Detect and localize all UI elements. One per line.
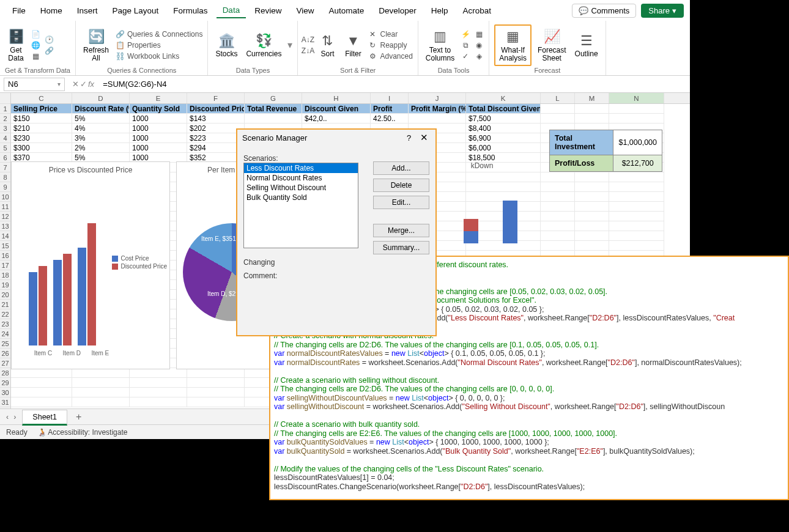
menu-review[interactable]: Review	[248, 4, 287, 18]
add-button[interactable]: Add...	[373, 161, 429, 175]
recent-sources-button[interactable]: 🕑	[44, 34, 54, 45]
col-header-C[interactable]: C	[11, 93, 72, 103]
row-header-19[interactable]: 19	[0, 280, 10, 290]
scenario-item[interactable]: Bulk Quantity Sold	[244, 193, 358, 202]
cell[interactable]: $150	[11, 114, 72, 124]
scenario-item[interactable]: Less Discount Rates	[244, 163, 358, 173]
col-header-N[interactable]: N	[609, 93, 664, 103]
cell[interactable]: $7,500	[466, 114, 541, 124]
refresh-all-button[interactable]: 🔄Refresh All	[81, 27, 111, 64]
row-header-15[interactable]: 15	[0, 241, 10, 251]
cell[interactable]	[72, 378, 130, 388]
cell[interactable]	[575, 182, 609, 192]
tab-sheet1[interactable]: Sheet1	[22, 410, 67, 426]
cell[interactable]	[575, 241, 609, 251]
col-header-H[interactable]: H	[302, 93, 371, 103]
cell[interactable]: 1000	[130, 133, 187, 143]
text-to-columns-button[interactable]: ▥Text to Columns	[423, 27, 457, 64]
menu-help[interactable]: Help	[425, 4, 454, 18]
cell[interactable]	[609, 172, 664, 182]
cell[interactable]: 5%	[72, 114, 130, 124]
cell[interactable]: 1000	[130, 143, 187, 153]
currencies-button[interactable]: 💱Currencies	[243, 31, 284, 59]
reapply-button[interactable]: ↻Reapply	[368, 40, 412, 51]
cell[interactable]	[130, 378, 187, 388]
cell[interactable]	[575, 114, 609, 124]
status-accessibility[interactable]: 🧑‍🦽 Accessibility: Investigate	[37, 428, 128, 437]
header-cell[interactable]: Total Discount Given	[466, 104, 541, 114]
cell[interactable]	[245, 114, 302, 124]
relationships-button[interactable]: ◉	[474, 40, 484, 51]
menu-automate[interactable]: Automate	[322, 4, 370, 18]
row-header-22[interactable]: 22	[0, 309, 10, 319]
cell[interactable]: 1000	[130, 114, 187, 124]
scenario-list[interactable]: Less Discount RatesNormal Discount Rates…	[243, 163, 358, 248]
cell[interactable]	[609, 202, 664, 212]
from-table-button[interactable]: ▦	[31, 51, 40, 62]
cell[interactable]	[575, 202, 609, 212]
cell[interactable]	[575, 192, 609, 202]
cell[interactable]	[541, 241, 575, 251]
cell[interactable]: $210	[11, 124, 72, 133]
edit-button[interactable]: Edit...	[373, 196, 429, 209]
cell[interactable]	[130, 397, 187, 407]
sort-az-button[interactable]: A↓Z	[303, 34, 313, 45]
cell[interactable]	[541, 212, 575, 221]
clear-button[interactable]: ✕Clear	[368, 29, 412, 40]
cell[interactable]	[609, 182, 664, 192]
chevron-down-icon[interactable]: ▾	[287, 39, 292, 51]
cell[interactable]	[72, 388, 130, 397]
row-header-13[interactable]: 13	[0, 221, 10, 231]
row-header-1[interactable]: 1	[0, 104, 10, 114]
scenario-item[interactable]: Normal Discount Rates	[244, 173, 358, 183]
advanced-button[interactable]: ⚙Advanced	[368, 51, 412, 62]
cell[interactable]: 2%	[72, 143, 130, 153]
sort-za-button[interactable]: Z↓A	[303, 45, 313, 56]
row-header-27[interactable]: 27	[0, 358, 10, 368]
share-button[interactable]: Share ▾	[641, 4, 684, 18]
header-cell[interactable]: Total Revenue	[245, 104, 302, 114]
next-sheet-button[interactable]: ›	[13, 413, 16, 421]
whatif-analysis-button[interactable]: ▦What-If Analysis	[497, 27, 529, 64]
cell[interactable]: $8,400	[466, 124, 541, 133]
help-button[interactable]: ?	[407, 133, 411, 142]
merge-button[interactable]: Merge...	[373, 224, 429, 237]
col-header-M[interactable]: M	[575, 93, 609, 103]
delete-button[interactable]: Delete	[373, 179, 429, 192]
col-header-F[interactable]: F	[187, 93, 245, 103]
name-box[interactable]: N6▾	[4, 78, 65, 91]
cell[interactable]	[609, 114, 664, 124]
header-cell[interactable]: Quantity Sold	[130, 104, 187, 114]
cell[interactable]	[609, 241, 664, 251]
menu-developer[interactable]: Developer	[372, 4, 423, 18]
cell[interactable]	[609, 231, 664, 241]
row-header-26[interactable]: 26	[0, 349, 10, 358]
row-header-6[interactable]: 6	[0, 153, 10, 163]
row-header-12[interactable]: 12	[0, 212, 10, 221]
cell[interactable]	[609, 221, 664, 231]
new-sheet-button[interactable]: +	[67, 412, 90, 423]
cell[interactable]	[11, 388, 72, 397]
header-cell[interactable]	[609, 104, 664, 114]
row-header-21[interactable]: 21	[0, 300, 10, 309]
header-cell[interactable]	[541, 104, 575, 114]
cell[interactable]	[609, 192, 664, 202]
header-cell[interactable]: Discounted Price	[187, 104, 245, 114]
row-header-30[interactable]: 30	[0, 388, 10, 397]
cell[interactable]	[72, 368, 130, 378]
header-cell[interactable]: Discount Rate (%	[72, 104, 130, 114]
row-header-14[interactable]: 14	[0, 231, 10, 241]
col-header-D[interactable]: D	[72, 93, 130, 103]
menu-data[interactable]: Data	[217, 3, 246, 18]
header-cell[interactable]: Profit	[371, 104, 409, 114]
cell[interactable]	[541, 221, 575, 231]
cell[interactable]	[11, 378, 72, 388]
cell[interactable]	[575, 231, 609, 241]
cell[interactable]	[541, 202, 575, 212]
cell[interactable]	[575, 172, 609, 182]
row-header-4[interactable]: 4	[0, 133, 10, 143]
cell[interactable]	[609, 212, 664, 221]
filter-button[interactable]: ▼Filter	[342, 31, 364, 59]
row-header-10[interactable]: 10	[0, 192, 10, 202]
cell[interactable]	[130, 388, 187, 397]
